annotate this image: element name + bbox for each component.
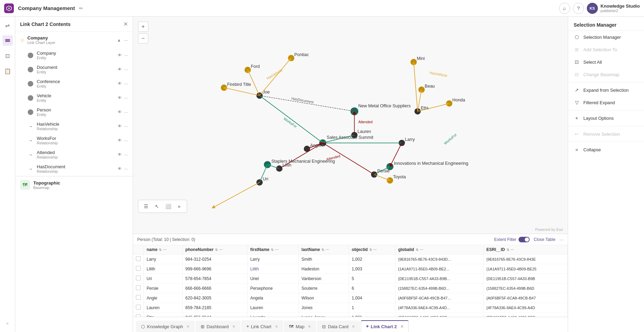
eye-icon[interactable]: 👁 bbox=[118, 95, 122, 100]
close-table-button[interactable]: Close Table bbox=[534, 237, 555, 242]
col-esri-more[interactable]: ··· bbox=[511, 247, 514, 252]
col-name-more[interactable]: ··· bbox=[163, 247, 166, 252]
rail-layers-icon[interactable] bbox=[2, 35, 13, 46]
table-scroll[interactable]: name ⇅ ··· phoneNumber ⇅ ··· bbox=[133, 245, 568, 317]
node-honda[interactable] bbox=[446, 100, 452, 107]
table-row[interactable]: Larry 984-312-0254 Larry Smith 1,002 {9E… bbox=[133, 254, 568, 264]
menu-item-layout-options[interactable]: ⌖ Layout Options bbox=[568, 112, 644, 125]
menu-item-collapse[interactable]: » Collapse bbox=[568, 143, 644, 156]
sort-fn-icon[interactable]: ⇅ bbox=[271, 248, 273, 252]
more-button[interactable]: ··· bbox=[124, 138, 128, 143]
rail-exchange-icon[interactable]: ⇌ bbox=[2, 20, 13, 30]
sort-phone-icon[interactable]: ⇅ bbox=[215, 248, 218, 252]
eye-icon[interactable]: 👁 bbox=[118, 109, 122, 115]
row-checkbox[interactable] bbox=[136, 305, 141, 309]
tab-dc-close[interactable]: ✕ bbox=[352, 324, 355, 329]
sort-oid-icon[interactable]: ⇅ bbox=[369, 248, 372, 252]
row-checkbox[interactable] bbox=[136, 295, 141, 300]
more-button[interactable]: ··· bbox=[124, 109, 128, 115]
row-checkbox-cell[interactable] bbox=[133, 274, 144, 284]
row-checkbox[interactable] bbox=[136, 314, 141, 317]
more-button[interactable]: ··· bbox=[124, 53, 128, 58]
row-checkbox-cell[interactable] bbox=[133, 293, 144, 303]
more-button[interactable]: ··· bbox=[124, 124, 128, 129]
tab-map[interactable]: 🗺 Map ✕ bbox=[284, 321, 316, 332]
tab-lc2-close[interactable]: ✕ bbox=[400, 324, 403, 329]
sidebar-close-button[interactable]: ✕ bbox=[123, 21, 128, 27]
eye-icon[interactable]: 👁 bbox=[118, 53, 122, 58]
sort-gid-icon[interactable]: ⇅ bbox=[416, 248, 418, 252]
col-globalid: globalid ⇅ ··· bbox=[395, 245, 484, 254]
col-fn-more[interactable]: ··· bbox=[275, 247, 278, 252]
more-button[interactable]: ··· bbox=[124, 95, 128, 100]
rail-doc-icon[interactable]: 📋 bbox=[2, 66, 13, 76]
sort-name-icon[interactable]: ⇅ bbox=[159, 248, 162, 252]
table-row[interactable]: Persie 666-666-6666 Persephone Souterre … bbox=[133, 284, 568, 293]
search-button[interactable]: ⌕ bbox=[559, 3, 570, 14]
col-ln-more[interactable]: ··· bbox=[325, 247, 329, 252]
edit-icon[interactable]: ✏ bbox=[79, 6, 83, 11]
menu-item-select-all[interactable]: ⊡ Select All bbox=[568, 56, 644, 68]
eye-icon[interactable]: 👁 bbox=[118, 152, 122, 157]
layer-item-worksfor-name: WorksFor bbox=[37, 136, 114, 141]
more-button[interactable]: ··· bbox=[124, 166, 128, 171]
sort-esri-icon[interactable]: ⇅ bbox=[506, 248, 509, 252]
help-button[interactable]: ? bbox=[573, 3, 584, 14]
row-checkbox[interactable] bbox=[136, 285, 141, 290]
layer-group-header[interactable]: ☆ Company Link Chart Layer ▲ ··· bbox=[15, 32, 133, 48]
menu-item-expand-selection[interactable]: ↗ Expand from Selection bbox=[568, 84, 644, 96]
more-button[interactable]: ··· bbox=[124, 152, 128, 157]
tab-link-chart-2[interactable]: ⌖ Link Chart 2 ✕ bbox=[361, 320, 408, 332]
tab-dashboard-close[interactable]: ✕ bbox=[232, 324, 235, 329]
select-button[interactable]: ↖ bbox=[152, 201, 162, 211]
row-checkbox-cell[interactable] bbox=[133, 313, 144, 317]
tab-link-chart[interactable]: ⌖ Link Chart ✕ bbox=[241, 320, 283, 332]
extent-filter-toggle[interactable]: Extent Filter bbox=[494, 237, 530, 242]
collapse-rail-button[interactable]: « bbox=[2, 318, 13, 329]
menu-item-selection-manager[interactable]: ⬡ Selection Manager bbox=[568, 31, 644, 43]
more-button[interactable]: ··· bbox=[124, 81, 128, 86]
row-checkbox[interactable] bbox=[136, 266, 141, 271]
tab-knowledge-graph[interactable]: ⬡ Knowledge Graph ✕ bbox=[136, 321, 195, 332]
tab-dashboard[interactable]: ⊞ Dashboard ✕ bbox=[195, 321, 241, 332]
menu-item-filtered-expand[interactable]: ▽ Filtered Expand bbox=[568, 96, 644, 109]
row-checkbox-cell[interactable] bbox=[133, 303, 144, 313]
list-view-button[interactable]: ☰ bbox=[141, 201, 151, 211]
node-ford[interactable] bbox=[244, 67, 251, 73]
box-select-button[interactable]: ⬜ bbox=[163, 201, 173, 211]
rail-grid-icon[interactable]: ⊡ bbox=[2, 51, 13, 61]
table-more-button[interactable]: ··· bbox=[559, 237, 564, 242]
col-checkbox bbox=[133, 245, 144, 254]
table-row[interactable]: Angie 620-842-3005 Angela Wilson 1,004 {… bbox=[133, 293, 568, 303]
row-checkbox[interactable] bbox=[136, 256, 141, 261]
eye-icon[interactable]: 👁 bbox=[118, 166, 122, 171]
eye-icon[interactable]: 👁 bbox=[118, 67, 122, 72]
col-phone-more[interactable]: ··· bbox=[219, 247, 223, 252]
expand-button[interactable]: » bbox=[174, 201, 184, 211]
more-button[interactable]: ··· bbox=[124, 67, 128, 72]
layer-group-more-button[interactable]: ··· bbox=[124, 37, 128, 43]
table-row[interactable]: Etta 846-956-8644 Lauretta Lynne-Jones 1… bbox=[133, 313, 568, 317]
eye-icon[interactable]: 👁 bbox=[118, 138, 122, 143]
row-checkbox-cell[interactable] bbox=[133, 264, 144, 274]
tab-data-card[interactable]: ⊟ Data Card ✕ bbox=[317, 321, 360, 332]
col-gid-more[interactable]: ··· bbox=[420, 247, 423, 252]
node-uri[interactable] bbox=[256, 179, 263, 186]
eye-icon[interactable]: 👁 bbox=[118, 124, 122, 129]
col-oid-more[interactable]: ··· bbox=[373, 247, 377, 252]
table-row[interactable]: Lilith 999-666-9696 Lilith Hadeston 1,00… bbox=[133, 264, 568, 274]
zoom-in-button[interactable]: + bbox=[138, 21, 148, 32]
zoom-out-button[interactable]: − bbox=[138, 33, 148, 44]
extent-filter-switch[interactable] bbox=[519, 237, 530, 242]
search-icon: ⌕ bbox=[563, 5, 566, 11]
row-checkbox-cell[interactable] bbox=[133, 254, 144, 264]
sort-ln-icon[interactable]: ⇅ bbox=[321, 248, 324, 252]
tab-kg-close[interactable]: ✕ bbox=[186, 324, 190, 329]
tab-lc-close[interactable]: ✕ bbox=[275, 324, 278, 329]
eye-icon[interactable]: 👁 bbox=[118, 81, 122, 86]
row-checkbox[interactable] bbox=[136, 276, 141, 280]
tab-map-close[interactable]: ✕ bbox=[308, 324, 311, 329]
table-row[interactable]: Lauren 859-784-2185 Lauren Jones 1 {4F78… bbox=[133, 303, 568, 313]
row-checkbox-cell[interactable] bbox=[133, 284, 144, 293]
table-row[interactable]: Uri 578-654-7854 Uriel Vanberson 5 {DE11… bbox=[133, 274, 568, 284]
